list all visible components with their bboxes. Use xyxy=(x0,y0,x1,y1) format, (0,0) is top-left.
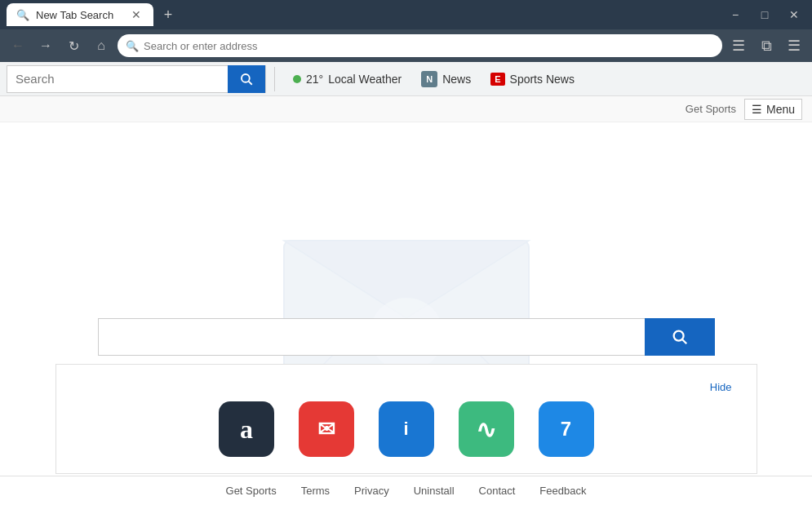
address-bar-search-icon: 🔍 xyxy=(126,40,139,52)
espn-icon: E xyxy=(490,73,504,86)
footer: Get Sports Terms Privacy Uninstall Conta… xyxy=(0,476,812,505)
menu-label: Menu xyxy=(766,103,795,116)
nav-icons-right: ☰ ⧉ ☰ xyxy=(727,34,805,57)
news-icon: N xyxy=(421,71,437,87)
main-toolbar: 21° Local Weather N News E Sports News xyxy=(0,62,812,96)
shortcuts-icons: a ✉ i ∿ 7 xyxy=(81,401,732,457)
footer-privacy-link[interactable]: Privacy xyxy=(354,485,389,497)
toolbar-search-icon xyxy=(239,72,254,86)
shortcuts-container: Hide a ✉ i ∿ 7 xyxy=(55,364,757,474)
menu-button[interactable]: ☰ Menu xyxy=(744,99,802,120)
gmail-shortcut[interactable]: ✉ xyxy=(299,401,354,457)
footer-uninstall-link[interactable]: Uninstall xyxy=(414,485,455,497)
amazon-shortcut[interactable]: a xyxy=(219,401,274,457)
footer-contact-link[interactable]: Contact xyxy=(479,485,516,497)
footer-feedback-link[interactable]: Feedback xyxy=(539,485,586,497)
hide-shortcuts-link[interactable]: Hide xyxy=(710,381,732,393)
address-bar[interactable]: 🔍 xyxy=(118,34,722,57)
bookmarks-icon[interactable]: ☰ xyxy=(727,34,750,57)
new-tab-button[interactable]: + xyxy=(157,3,180,26)
center-search-button[interactable] xyxy=(645,318,715,356)
toolbar-search-box xyxy=(7,65,266,93)
svg-point-4 xyxy=(673,331,683,341)
info-icon-letter: i xyxy=(403,419,408,440)
amazon-icon-letter: a xyxy=(240,414,252,445)
news-button[interactable]: N News xyxy=(411,62,481,96)
shortcuts-header: Hide xyxy=(81,381,732,393)
footer-get-sports-link[interactable]: Get Sports xyxy=(226,485,277,497)
footer-terms-link[interactable]: Terms xyxy=(301,485,330,497)
svg-line-5 xyxy=(682,339,686,343)
toolbar-search-button[interactable] xyxy=(228,65,265,93)
news-label: News xyxy=(442,73,471,86)
weather-label: Local Weather xyxy=(328,73,402,86)
calendar-icon-number: 7 xyxy=(561,418,571,441)
active-tab[interactable]: 🔍 New Tab Search ✕ xyxy=(7,3,153,26)
window-close-button[interactable]: ✕ xyxy=(783,3,805,26)
center-search-container xyxy=(98,318,715,356)
nav-bar: ← → ↻ ⌂ 🔍 ☰ ⧉ ☰ xyxy=(0,29,812,62)
toolbar-divider xyxy=(274,67,275,91)
robinhood-shortcut[interactable]: ∿ xyxy=(459,401,514,457)
tab-favicon: 🔍 xyxy=(16,8,29,21)
gmail-icon-letter: ✉ xyxy=(317,417,335,442)
forward-button[interactable]: → xyxy=(34,34,57,57)
svg-line-1 xyxy=(249,81,252,84)
svg-point-0 xyxy=(242,74,250,82)
weather-temp: 21° xyxy=(306,73,323,86)
menu-icon[interactable]: ☰ xyxy=(783,34,805,57)
minimize-button[interactable]: − xyxy=(724,3,747,26)
menu-hamburger-icon: ☰ xyxy=(752,103,762,116)
tab-title: New Tab Search xyxy=(36,9,113,21)
weather-widget[interactable]: 21° Local Weather xyxy=(283,73,411,86)
get-sports-link[interactable]: Get Sports xyxy=(686,103,736,115)
sports-news-button[interactable]: E Sports News xyxy=(481,62,584,96)
center-search-icon xyxy=(671,328,689,346)
tab-bar: 🔍 New Tab Search ✕ + − □ ✕ xyxy=(0,0,812,29)
secondary-toolbar: Get Sports ☰ Menu xyxy=(0,96,812,122)
calendar-shortcut[interactable]: 7 xyxy=(539,401,594,457)
robinhood-icon-letter: ∿ xyxy=(476,415,496,444)
refresh-button[interactable]: ↻ xyxy=(62,34,85,57)
address-input[interactable] xyxy=(144,40,714,52)
back-button[interactable]: ← xyxy=(7,34,29,57)
home-button[interactable]: ⌂ xyxy=(90,34,113,57)
weather-dot-icon xyxy=(293,75,301,83)
sports-label: Sports News xyxy=(510,73,575,86)
info-shortcut[interactable]: i xyxy=(379,401,434,457)
center-search-input[interactable] xyxy=(98,318,645,356)
toolbar-search-input[interactable] xyxy=(7,66,228,92)
maximize-button[interactable]: □ xyxy=(753,3,776,26)
tab-close-button[interactable]: ✕ xyxy=(129,7,144,22)
browser-chrome: 🔍 New Tab Search ✕ + − □ ✕ ← → ↻ ⌂ 🔍 ☰ ⧉… xyxy=(0,0,812,62)
extensions-icon[interactable]: ⧉ xyxy=(755,34,778,57)
main-content: Hide a ✉ i ∿ 7 xyxy=(0,122,812,489)
